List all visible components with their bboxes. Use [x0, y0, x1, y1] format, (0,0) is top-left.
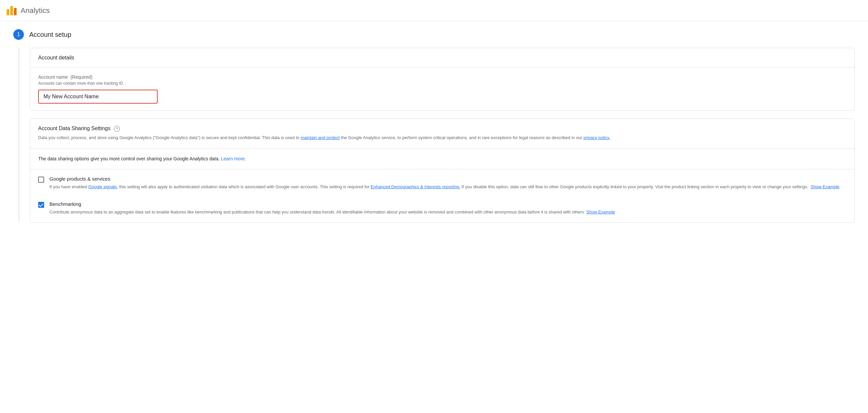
benchmarking-title: Benchmarking [50, 201, 615, 207]
account-name-label: Account name (Required) [38, 75, 846, 80]
google-signals-link[interactable]: Google signals, [88, 184, 118, 189]
account-details-title: Account details [38, 55, 74, 60]
analytics-logo [7, 6, 17, 15]
privacy-policy-link[interactable]: privacy policy. [584, 135, 611, 140]
app-title: Analytics [21, 6, 50, 15]
help-icon[interactable]: ? [114, 126, 120, 132]
enhanced-demographics-link[interactable]: Enhanced Demographics & Interests report… [371, 184, 460, 189]
google-products-desc: If you have enabled Google signals, this… [50, 184, 839, 190]
account-name-hint: Accounts can contain more than one track… [38, 81, 846, 86]
sharing-intro: The data sharing options give you more c… [30, 148, 855, 169]
app-header: Analytics [0, 0, 868, 21]
logo-bar-3 [14, 8, 17, 15]
google-products-checkbox[interactable] [38, 177, 44, 183]
account-details-card: Account details Account name (Required) … [30, 48, 855, 111]
google-products-checkbox-wrapper[interactable] [38, 177, 44, 183]
logo-bar-2 [10, 6, 13, 15]
data-sharing-card-header: Account Data Sharing Settings ? Data you… [30, 119, 855, 148]
sharing-description: Data you collect, process, and store usi… [38, 135, 846, 141]
benchmarking-content: Benchmarking Contribute anonymous data t… [50, 201, 615, 216]
google-products-title: Google products & services [50, 176, 839, 182]
google-products-content: Google products & services If you have e… [50, 176, 839, 190]
benchmarking-show-example-link[interactable]: Show Example [586, 209, 615, 214]
checkbox-section: Google products & services If you have e… [30, 169, 855, 223]
step-content: Account details Account name (Required) … [19, 48, 855, 223]
google-products-item: Google products & services If you have e… [38, 176, 846, 190]
data-sharing-title: Account Data Sharing Settings ? [38, 125, 120, 131]
logo-bar-1 [7, 9, 9, 15]
step-title: Account setup [29, 31, 71, 38]
benchmarking-checkbox[interactable] [38, 202, 44, 208]
benchmarking-checkbox-wrapper[interactable] [38, 202, 44, 208]
step-badge: 1 [13, 29, 24, 40]
data-sharing-card: Account Data Sharing Settings ? Data you… [30, 119, 855, 223]
learn-more-link[interactable]: Learn more. [221, 156, 246, 161]
account-details-body: Account name (Required) Accounts can con… [30, 68, 855, 110]
benchmarking-item: Benchmarking Contribute anonymous data t… [38, 201, 846, 216]
maintain-protect-link[interactable]: maintain and protect [301, 135, 340, 140]
main-content: 1 Account setup Account details Account … [0, 21, 868, 239]
step-header: 1 Account setup [13, 29, 855, 40]
benchmarking-desc: Contribute anonymous data to an aggregat… [50, 209, 615, 216]
account-details-card-header: Account details [30, 48, 855, 68]
google-products-show-example-link[interactable]: Show Example [811, 184, 839, 189]
account-name-input[interactable] [38, 90, 158, 104]
